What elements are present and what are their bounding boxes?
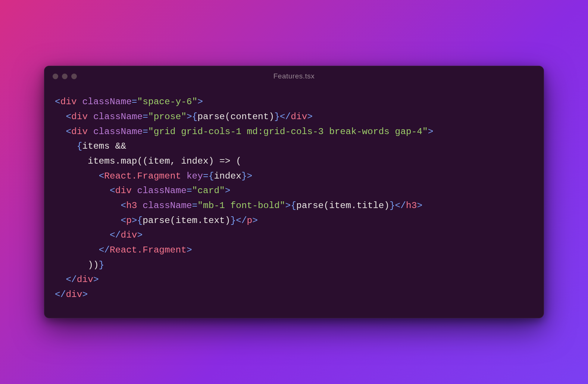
code-token: = bbox=[132, 97, 137, 107]
code-token: < bbox=[110, 186, 115, 196]
window-titlebar: Features.tsx bbox=[44, 66, 544, 86]
code-token: > bbox=[252, 216, 258, 226]
close-icon[interactable] bbox=[53, 74, 58, 79]
code-token: className bbox=[137, 186, 187, 196]
code-token: = bbox=[203, 171, 209, 181]
code-token: div bbox=[115, 186, 132, 196]
code-token: key bbox=[187, 171, 203, 181]
code-token bbox=[55, 127, 66, 137]
code-token: h3 bbox=[406, 201, 417, 211]
code-token: </ bbox=[395, 201, 406, 211]
code-token: "grid grid-cols-1 md:grid-cols-3 break-w… bbox=[148, 127, 428, 137]
code-token: className bbox=[143, 201, 192, 211]
code-token: "space-y-6" bbox=[137, 97, 198, 107]
code-token: className bbox=[93, 127, 143, 137]
code-token: </ bbox=[110, 230, 121, 240]
code-token: parse(content) bbox=[197, 112, 274, 122]
code-token: div bbox=[291, 112, 307, 122]
code-token: < bbox=[121, 201, 126, 211]
code-token bbox=[55, 230, 110, 240]
code-token bbox=[88, 112, 93, 122]
code-token: p bbox=[247, 216, 253, 226]
code-token bbox=[55, 216, 121, 226]
code-token bbox=[55, 201, 121, 211]
code-token: { bbox=[192, 112, 198, 122]
code-token: index bbox=[214, 171, 241, 181]
code-token bbox=[55, 112, 66, 122]
code-token bbox=[132, 186, 137, 196]
code-token: div bbox=[66, 289, 82, 300]
code-token: className bbox=[93, 112, 143, 122]
code-token: } bbox=[231, 216, 236, 226]
code-token: > bbox=[417, 201, 422, 211]
code-token: "prose" bbox=[148, 112, 187, 122]
code-token: p bbox=[126, 216, 132, 226]
code-token bbox=[181, 171, 187, 181]
code-token: items && bbox=[82, 141, 126, 151]
code-token: > bbox=[225, 186, 231, 196]
code-token: { bbox=[137, 216, 143, 226]
code-token bbox=[137, 201, 143, 211]
code-token: < bbox=[99, 171, 104, 181]
code-token: < bbox=[66, 112, 71, 122]
code-token: </ bbox=[236, 216, 247, 226]
code-token: { bbox=[209, 171, 214, 181]
code-token: { bbox=[77, 141, 82, 151]
minimize-icon[interactable] bbox=[62, 74, 68, 79]
code-token: parse(item.text) bbox=[143, 216, 230, 226]
code-token bbox=[88, 127, 93, 137]
code-token: = bbox=[187, 186, 192, 196]
code-token: "card" bbox=[192, 186, 225, 196]
code-token: } bbox=[390, 201, 395, 211]
code-token: </ bbox=[66, 275, 76, 285]
code-token: div bbox=[71, 112, 88, 122]
code-token: > bbox=[82, 289, 88, 300]
code-token: < bbox=[121, 216, 126, 226]
code-token: > bbox=[285, 201, 291, 211]
window-title: Features.tsx bbox=[44, 72, 544, 80]
code-token: div bbox=[71, 127, 88, 137]
code-token: React.Fragment bbox=[104, 171, 181, 181]
code-token: div bbox=[121, 230, 137, 240]
code-token: > bbox=[428, 127, 434, 137]
code-token: className bbox=[82, 97, 132, 107]
code-token: = bbox=[192, 201, 198, 211]
code-token: "mb-1 font-bold" bbox=[197, 201, 285, 211]
code-token: > bbox=[187, 112, 192, 122]
code-token: parse(item.title) bbox=[296, 201, 390, 211]
code-token: < bbox=[55, 97, 60, 107]
code-token bbox=[55, 275, 66, 285]
code-token: > bbox=[132, 216, 137, 226]
code-token bbox=[55, 141, 77, 151]
code-token: )) bbox=[55, 260, 99, 270]
code-window: Features.tsx <div className="space-y-6">… bbox=[44, 66, 544, 318]
code-token: > bbox=[247, 171, 253, 181]
code-content[interactable]: <div className="space-y-6"> <div classNa… bbox=[44, 86, 544, 318]
code-token: </ bbox=[280, 112, 291, 122]
code-token: { bbox=[291, 201, 296, 211]
code-token: < bbox=[66, 127, 71, 137]
code-token: } bbox=[241, 171, 247, 181]
code-token bbox=[77, 97, 82, 107]
code-token: } bbox=[99, 260, 104, 270]
window-controls bbox=[53, 74, 77, 79]
code-token: > bbox=[187, 245, 192, 255]
code-token: div bbox=[60, 97, 77, 107]
code-token: > bbox=[137, 230, 143, 240]
code-token: > bbox=[197, 97, 203, 107]
code-token bbox=[55, 245, 99, 255]
code-token: = bbox=[143, 112, 148, 122]
code-token: h3 bbox=[126, 201, 137, 211]
code-token: </ bbox=[99, 245, 110, 255]
code-token: React.Fragment bbox=[110, 245, 187, 255]
code-token: > bbox=[307, 112, 313, 122]
code-token: = bbox=[143, 127, 148, 137]
maximize-icon[interactable] bbox=[71, 74, 77, 79]
code-token: > bbox=[93, 275, 99, 285]
code-token: } bbox=[274, 112, 280, 122]
code-token bbox=[55, 186, 110, 196]
code-token: </ bbox=[55, 289, 66, 300]
code-token: div bbox=[77, 275, 93, 285]
code-token: items.map((item, index) => ( bbox=[55, 156, 241, 166]
code-token bbox=[55, 171, 99, 181]
